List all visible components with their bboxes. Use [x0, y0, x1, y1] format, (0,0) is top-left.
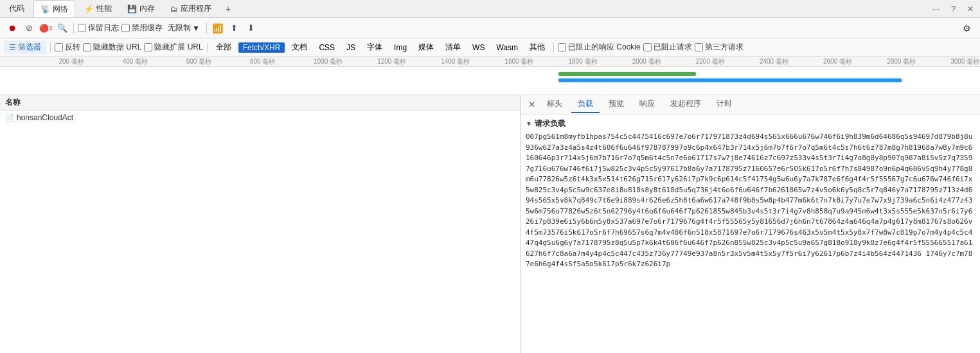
import-button[interactable]: ⬆	[227, 21, 242, 35]
third-party-checkbox[interactable]: 第三方请求	[695, 42, 744, 53]
tab-timing[interactable]: 计时	[710, 96, 738, 113]
timeline-tick: 2800 毫秒	[887, 57, 916, 66]
tab-headers[interactable]: 标头	[540, 96, 569, 113]
filter-font[interactable]: 字体	[362, 41, 387, 53]
timeline-tick: 1600 毫秒	[504, 57, 533, 66]
timeline-bar	[558, 78, 902, 82]
tab-payload[interactable]: 负载	[571, 96, 600, 113]
timeline-tick: 2000 毫秒	[632, 57, 661, 66]
network-icon: 📡	[40, 5, 50, 14]
tab-bar: 代码 📡 网络 ⚡ 性能 💾 内存 🗂 应用程序 + ··· ? ✕	[0, 0, 980, 18]
file-list-item[interactable]: 📄 honsanCloudAct	[0, 111, 520, 125]
filter-input-button[interactable]: ☰ 筛选器	[4, 41, 46, 54]
tab-memory-label: 内存	[139, 3, 155, 14]
performance-icon: ⚡	[84, 5, 94, 14]
filter-sep2	[207, 42, 208, 53]
application-icon: 🗂	[170, 5, 178, 14]
filter-js[interactable]: JS	[342, 42, 360, 53]
tab-more-actions: ··· ? ✕	[929, 3, 977, 15]
filter-css[interactable]: CSS	[314, 42, 339, 53]
payload-section-title: ▼ 请求负载	[526, 118, 975, 129]
tab-code-label: 代码	[9, 3, 24, 14]
disable-cache-checkbox[interactable]: 禁用缓存	[121, 23, 163, 33]
filter-clear[interactable]: 清单	[441, 41, 465, 53]
timeline-tick: 800 毫秒	[250, 57, 275, 66]
sep1	[73, 23, 74, 34]
close-devtools-button[interactable]: ✕	[963, 3, 977, 15]
tab-performance-label: 性能	[96, 3, 112, 14]
tab-code[interactable]: 代码	[3, 0, 31, 17]
filter-other[interactable]: 其他	[525, 41, 549, 53]
filter-wasm[interactable]: Wasm	[492, 42, 522, 53]
filter-doc[interactable]: 文档	[287, 41, 312, 53]
filter-all[interactable]: 全部	[211, 41, 236, 53]
filter-icon: ☰	[9, 43, 16, 52]
tab-network[interactable]: 📡 网络	[33, 0, 75, 17]
sep2	[206, 23, 207, 34]
filter-ws[interactable]: WS	[468, 42, 489, 53]
file-icon: 📄	[5, 114, 14, 122]
filter-media[interactable]: 媒体	[414, 41, 438, 53]
timeline-tick: 1000 毫秒	[314, 57, 343, 66]
tab-preview[interactable]: 预览	[602, 96, 630, 113]
main-area: 名称 📄 honsanCloudAct ✕ 标头 负载 预览 响应 发起程序 计…	[0, 95, 980, 353]
timeline-tick: 2600 毫秒	[823, 57, 852, 66]
settings-button[interactable]: ⚙	[959, 22, 975, 35]
timeline-ruler: 200 毫秒400 毫秒600 毫秒800 毫秒1000 毫秒1200 毫秒14…	[0, 57, 980, 67]
tab-network-label: 网络	[53, 4, 68, 15]
tab-application[interactable]: 🗂 应用程序	[164, 0, 218, 17]
timeline-tick: 200 毫秒	[59, 57, 84, 66]
hide-data-url-checkbox[interactable]: 隐藏数据 URL	[83, 42, 141, 53]
tab-application-label: 应用程序	[181, 3, 211, 14]
timeline-tick: 1200 毫秒	[377, 57, 406, 66]
export-button[interactable]: ⬇	[244, 21, 258, 35]
preserve-log-checkbox[interactable]: 保留日志	[78, 23, 119, 33]
collapse-icon[interactable]: ▼	[526, 120, 532, 127]
error-badge[interactable]: 🔴3	[39, 21, 53, 35]
search-button[interactable]: 🔍	[55, 21, 69, 35]
timeline-tick: 600 毫秒	[186, 57, 211, 66]
details-close-button[interactable]: ✕	[526, 98, 538, 111]
filter-sep1	[50, 42, 51, 53]
details-content: ▼ 请求负载 007pg561m8myfb1hpas754c5c4475416c…	[521, 114, 980, 353]
memory-icon: 💾	[127, 5, 137, 14]
timeline-tick: 1400 毫秒	[441, 57, 470, 66]
tab-memory[interactable]: 💾 内存	[121, 0, 161, 17]
file-list-panel: 名称 📄 honsanCloudAct	[0, 95, 521, 353]
filter-sep3	[553, 42, 554, 53]
add-tab-button[interactable]: +	[220, 1, 236, 17]
blocked-requests-checkbox[interactable]: 已阻止请求	[643, 42, 692, 53]
network-conditions-button[interactable]: 📶	[211, 21, 225, 35]
details-panel: ✕ 标头 负载 预览 响应 发起程序 计时 ▼ 请求负载 007pg561m8m…	[521, 95, 980, 353]
timeline-tick: 2400 毫秒	[760, 57, 788, 66]
timeline-tick: 400 毫秒	[123, 57, 148, 66]
timeline: 200 毫秒400 毫秒600 毫秒800 毫秒1000 毫秒1200 毫秒14…	[0, 57, 980, 95]
blocked-responses-checkbox[interactable]: 已阻止的响应 Cookie	[558, 42, 641, 53]
timeline-tick: 3000 毫秒	[950, 57, 979, 66]
timeline-tick: 1800 毫秒	[569, 57, 598, 66]
timeline-bar-area	[0, 67, 980, 95]
filter-bar: ☰ 筛选器 反转 隐藏数据 URL 隐藏扩展 URL 全部 Fetch/XHR …	[0, 39, 980, 57]
filter-img[interactable]: Img	[389, 42, 411, 53]
chevron-down-icon: ▼	[192, 24, 200, 33]
timeline-tick: 2200 毫秒	[696, 57, 725, 66]
filter-fetch-xhr[interactable]: Fetch/XHR	[238, 42, 285, 53]
invert-checkbox[interactable]: 反转	[55, 42, 80, 53]
record-button[interactable]: ⏺	[5, 21, 19, 35]
details-header: ✕ 标头 负载 预览 响应 发起程序 计时	[521, 95, 980, 114]
clear-button[interactable]: ⊘	[22, 21, 36, 35]
throttle-dropdown[interactable]: 无限制 ▼	[165, 21, 202, 35]
help-button[interactable]: ?	[947, 3, 959, 15]
hide-extensions-checkbox[interactable]: 隐藏扩展 URL	[144, 42, 202, 53]
more-button[interactable]: ···	[929, 3, 944, 15]
tab-performance[interactable]: ⚡ 性能	[78, 0, 118, 17]
payload-text: 007pg561m8myfb1hpas754c5c4475416c697e7o6…	[526, 132, 975, 270]
tab-response[interactable]: 响应	[633, 96, 661, 113]
file-list-header: 名称	[0, 95, 520, 111]
timeline-bar	[558, 72, 696, 76]
toolbar: ⏺ ⊘ 🔴3 🔍 保留日志 禁用缓存 无限制 ▼ 📶 ⬆ ⬇ ⚙	[0, 18, 980, 39]
tab-initiator[interactable]: 发起程序	[664, 96, 708, 113]
